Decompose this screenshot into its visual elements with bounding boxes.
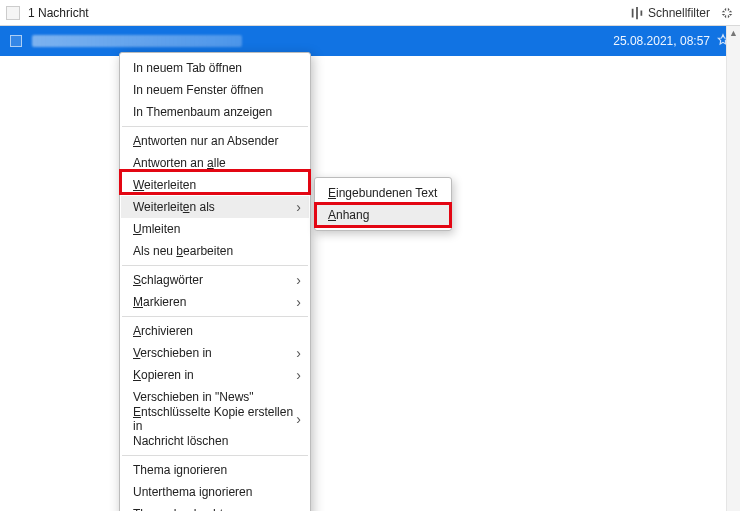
menu-item-label: Schlagwörter bbox=[133, 273, 203, 287]
menu-item[interactable]: Entschlüsselte Kopie erstellen in bbox=[121, 408, 309, 430]
menu-item-label: Antworten an alle bbox=[133, 156, 226, 170]
menu-item-label: Umleiten bbox=[133, 222, 180, 236]
menu-item-label: Verschieben in "News" bbox=[133, 390, 254, 404]
menu-item-label: Antworten nur an Absender bbox=[133, 134, 278, 148]
message-toolbar: 1 Nachricht Schnellfilter bbox=[0, 0, 740, 26]
filter-icon[interactable] bbox=[630, 6, 644, 20]
menu-item[interactable]: Antworten nur an Absender bbox=[121, 130, 309, 152]
submenu-item[interactable]: Anhang bbox=[316, 204, 450, 226]
message-timestamp: 25.08.2021, 08:57 bbox=[613, 34, 710, 48]
menu-item[interactable]: Archivieren bbox=[121, 320, 309, 342]
thread-column-icon[interactable] bbox=[6, 6, 20, 20]
menu-item-label: Nachricht löschen bbox=[133, 434, 228, 448]
menu-separator bbox=[122, 265, 308, 266]
menu-item-label: Kopieren in bbox=[133, 368, 194, 382]
menu-item[interactable]: In Themenbaum anzeigen bbox=[121, 101, 309, 123]
message-count: 1 Nachricht bbox=[28, 6, 89, 20]
menu-item[interactable]: Antworten an alle bbox=[121, 152, 309, 174]
message-subject-redacted bbox=[32, 35, 242, 47]
menu-item-label: Thema ignorieren bbox=[133, 463, 227, 477]
menu-item-label: Als neu bearbeiten bbox=[133, 244, 233, 258]
menu-item[interactable]: Weiterleiten bbox=[121, 174, 309, 196]
menu-item[interactable]: In neuem Fenster öffnen bbox=[121, 79, 309, 101]
menu-item-label: Markieren bbox=[133, 295, 186, 309]
menu-item-label: Weiterleiten bbox=[133, 178, 196, 192]
submenu-item[interactable]: Eingebundenen Text bbox=[316, 182, 450, 204]
scroll-up-icon[interactable]: ▲ bbox=[727, 26, 740, 40]
menu-separator bbox=[122, 126, 308, 127]
menu-item-label: Archivieren bbox=[133, 324, 193, 338]
menu-item[interactable]: Als neu bearbeiten bbox=[121, 240, 309, 262]
menu-item-label: In neuem Fenster öffnen bbox=[133, 83, 264, 97]
menu-item-label: Thema beobachten bbox=[133, 507, 236, 511]
menu-item[interactable]: Thema ignorieren bbox=[121, 459, 309, 481]
quickfilter-button[interactable]: Schnellfilter bbox=[648, 6, 710, 20]
menu-item-label: Entschlüsselte Kopie erstellen in bbox=[133, 405, 297, 433]
menu-item[interactable]: Kopieren in bbox=[121, 364, 309, 386]
menu-separator bbox=[122, 316, 308, 317]
menu-item[interactable]: Schlagwörter bbox=[121, 269, 309, 291]
menu-item[interactable]: Thema beobachten bbox=[121, 503, 309, 511]
menu-item-label: Weiterleiten als bbox=[133, 200, 215, 214]
scrollbar[interactable]: ▲ bbox=[726, 26, 740, 511]
collapse-icon[interactable] bbox=[720, 6, 734, 20]
menu-item[interactable]: Unterthema ignorieren bbox=[121, 481, 309, 503]
submenu-item-label: Eingebundenen Text bbox=[328, 186, 437, 200]
menu-item[interactable]: In neuem Tab öffnen bbox=[121, 57, 309, 79]
menu-separator bbox=[122, 455, 308, 456]
menu-item-label: In neuem Tab öffnen bbox=[133, 61, 242, 75]
menu-item[interactable]: Weiterleiten als bbox=[121, 196, 309, 218]
menu-item-label: Unterthema ignorieren bbox=[133, 485, 252, 499]
forward-as-submenu: Eingebundenen TextAnhang bbox=[314, 177, 452, 231]
context-menu: In neuem Tab öffnenIn neuem Fenster öffn… bbox=[119, 52, 311, 511]
menu-item[interactable]: Nachricht löschen bbox=[121, 430, 309, 452]
message-row[interactable]: 25.08.2021, 08:57 bbox=[0, 26, 740, 56]
menu-item[interactable]: Umleiten bbox=[121, 218, 309, 240]
submenu-item-label: Anhang bbox=[328, 208, 369, 222]
menu-item-label: Verschieben in bbox=[133, 346, 212, 360]
message-checkbox[interactable] bbox=[10, 35, 22, 47]
menu-item[interactable]: Verschieben in bbox=[121, 342, 309, 364]
menu-item[interactable]: Markieren bbox=[121, 291, 309, 313]
menu-item-label: In Themenbaum anzeigen bbox=[133, 105, 272, 119]
